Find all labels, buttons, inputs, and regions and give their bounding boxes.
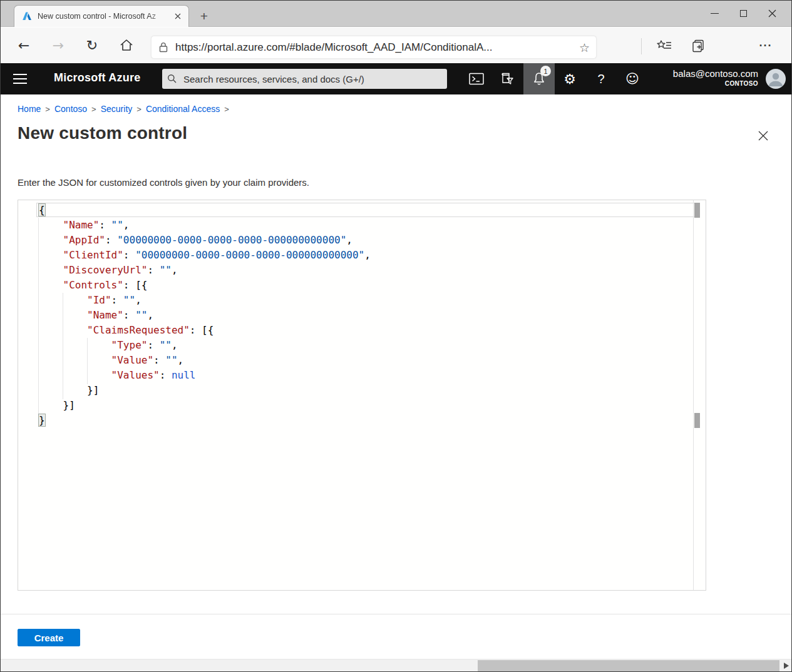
code-line: }] [18, 398, 693, 413]
blade-content: Home>Contoso>Security>Conditional Access… [1, 94, 791, 659]
code-token: null [172, 369, 196, 381]
code-token: , [178, 354, 184, 366]
code-line: "Controls": [{ [18, 278, 693, 293]
url-text[interactable]: https://portal.azure.com/#blade/Microsof… [175, 41, 579, 54]
address-bar[interactable]: https://portal.azure.com/#blade/Microsof… [151, 36, 597, 59]
code-token: }] [39, 399, 75, 411]
forward-icon: → [48, 35, 68, 55]
json-editor[interactable]: { "Name": "", "AppId": "00000000-0000-00… [18, 200, 706, 591]
window-controls [700, 1, 786, 26]
editor-scrollbar-track [693, 200, 694, 590]
scroll-right-arrow-icon[interactable] [784, 663, 789, 669]
breadcrumb-separator: > [45, 104, 50, 114]
close-window-button[interactable] [758, 3, 786, 24]
code-line: "Value": "", [18, 353, 693, 368]
notifications-button[interactable]: 1 [523, 63, 555, 94]
maximize-button[interactable] [729, 3, 758, 24]
toolbar-divider [641, 38, 642, 54]
code-token: "Name" [87, 309, 123, 321]
code-token: { [38, 203, 46, 216]
favorite-star-icon[interactable]: ☆ [579, 41, 590, 54]
code-token: , [135, 294, 141, 306]
code-token: "AppId" [63, 234, 105, 246]
code-token [39, 249, 63, 261]
feedback-smiley-icon[interactable]: ☺ [619, 63, 646, 94]
code-line: "Values": null [18, 368, 693, 383]
lock-icon [159, 42, 168, 53]
portal-search[interactable] [162, 69, 447, 89]
cloud-shell-icon[interactable] [463, 63, 490, 94]
code-token: "Type" [111, 339, 148, 351]
browser-tab[interactable]: New custom control - Microsoft Az [14, 5, 189, 27]
blade-close-icon[interactable] [758, 130, 769, 141]
help-icon[interactable]: ? [587, 63, 615, 94]
code-token [39, 354, 111, 366]
code-token: : [123, 309, 135, 321]
portal-menu-icon[interactable] [13, 74, 27, 87]
code-token: : [123, 249, 135, 261]
collections-icon[interactable] [687, 35, 709, 56]
refresh-icon[interactable]: ↻ [82, 35, 102, 55]
minimize-button[interactable] [700, 3, 729, 24]
horizontal-scrollbar[interactable] [1, 659, 791, 671]
code-token: "Name" [63, 219, 100, 231]
code-line: "Name": "", [18, 308, 693, 323]
code-token: , [172, 339, 178, 351]
account-tenant: CONTOSO [673, 79, 758, 88]
code-token: : [{ [190, 324, 214, 336]
tab-close-icon[interactable] [172, 11, 183, 22]
breadcrumb-link[interactable]: Contoso [54, 104, 87, 114]
code-line: "AppId": "00000000-0000-0000-0000-000000… [18, 233, 693, 248]
favorites-bar-icon[interactable] [654, 35, 675, 56]
code-token [39, 279, 63, 291]
breadcrumb-separator: > [91, 104, 96, 114]
editor-code-area[interactable]: { "Name": "", "AppId": "00000000-0000-00… [18, 200, 693, 590]
tab-strip: New custom control - Microsoft Az + [1, 1, 791, 27]
account-info[interactable]: balas@contoso.com CONTOSO [673, 68, 758, 88]
browser-menu-icon[interactable]: ··· [755, 35, 776, 56]
code-token: : [147, 339, 159, 351]
account-email: balas@contoso.com [673, 68, 758, 79]
breadcrumb-link[interactable]: Security [101, 104, 133, 114]
code-line: "Name": "", [18, 218, 693, 233]
directory-filter-icon[interactable] [493, 63, 521, 94]
code-token: "00000000-0000-0000-0000-000000000000" [117, 234, 346, 246]
code-line: }] [18, 383, 693, 398]
code-line: "Id": "", [18, 293, 693, 308]
code-token [39, 324, 87, 336]
horizontal-scrollbar-thumb[interactable] [478, 660, 779, 671]
breadcrumb-link[interactable]: Conditional Access [146, 104, 220, 114]
browser-toolbar: ← → ↻ https://portal.azure.com/#blade/Mi… [1, 28, 791, 63]
settings-gear-icon[interactable]: ⚙ [556, 63, 584, 94]
code-line: "ClaimsRequested": [{ [18, 323, 693, 338]
browser-window: New custom control - Microsoft Az + ← → … [0, 0, 792, 672]
page-title: New custom control [18, 123, 187, 143]
search-input[interactable] [182, 73, 442, 85]
back-icon[interactable]: ← [14, 35, 34, 55]
breadcrumb: Home>Contoso>Security>Conditional Access… [18, 104, 234, 114]
azure-brand[interactable]: Microsoft Azure [54, 71, 140, 84]
code-token: } [38, 414, 46, 427]
code-line: "DiscoveryUrl": "", [18, 263, 693, 278]
code-lines: { "Name": "", "AppId": "00000000-0000-00… [18, 203, 693, 428]
code-token: : [160, 369, 172, 381]
code-token: : [147, 264, 159, 276]
code-token: "Values" [111, 369, 160, 381]
overview-ruler-mark[interactable] [694, 413, 700, 428]
code-token: "ClaimsRequested" [87, 324, 190, 336]
avatar[interactable] [766, 69, 786, 89]
code-token: , [123, 219, 130, 231]
code-line: "ClientId": "00000000-0000-0000-0000-000… [18, 248, 693, 263]
code-token [39, 294, 87, 306]
new-tab-button[interactable]: + [196, 8, 212, 24]
create-button[interactable]: Create [18, 629, 80, 646]
code-token: "ClientId" [63, 249, 123, 261]
home-icon[interactable] [116, 35, 136, 55]
code-token: : [{ [123, 279, 148, 291]
code-token: "" [160, 264, 172, 276]
code-token: "DiscoveryUrl" [63, 264, 148, 276]
overview-ruler-mark[interactable] [694, 203, 700, 218]
azure-favicon-icon [22, 11, 32, 21]
code-token: "Controls" [63, 279, 123, 291]
breadcrumb-link[interactable]: Home [18, 104, 41, 114]
